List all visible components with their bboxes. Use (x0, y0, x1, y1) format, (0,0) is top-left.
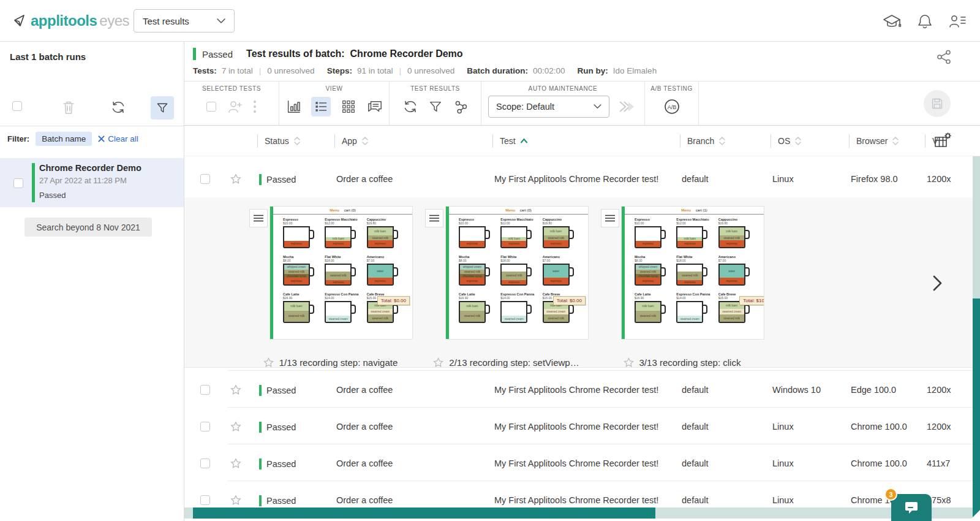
refresh-batches-icon[interactable] (110, 99, 126, 115)
coffee-mug[interactable]: waterespresso (718, 264, 745, 286)
row-checkbox[interactable] (200, 174, 210, 184)
batch-list-item[interactable]: Chrome Recorder Demo 27 Apr 2022 at 11:2… (0, 158, 184, 207)
app-mode-select[interactable]: Test results (134, 9, 235, 32)
comments-view-icon[interactable] (366, 99, 383, 115)
star-icon[interactable] (230, 420, 242, 433)
filter-chip-batch-name[interactable]: Batch name (36, 132, 92, 146)
coffee-menu-item[interactable]: Flat White$18.00steamed milkespresso (500, 255, 537, 289)
column-header-test-sorted[interactable]: Test (492, 134, 528, 148)
star-icon[interactable] (432, 357, 444, 368)
account-menu-icon[interactable] (948, 13, 967, 30)
coffee-menu-item[interactable]: Cappuccino$19.80milk foamsteamed milkesp… (718, 218, 755, 252)
coffee-mug[interactable]: milk foamespresso (325, 226, 352, 248)
horizontal-scrollbar[interactable] (184, 508, 980, 519)
coffee-mug[interactable]: steamed milkespresso (500, 264, 527, 286)
coffee-menu-item[interactable]: Espresso Con Panna$14.00steamed cream (325, 292, 361, 327)
row-checkbox[interactable] (200, 422, 210, 432)
scope-select[interactable]: Scope: Default (488, 96, 609, 118)
star-icon[interactable] (263, 357, 274, 368)
search-beyond-button[interactable]: Search beyond 8 Nov 2021 (24, 218, 152, 237)
star-icon[interactable] (230, 494, 242, 506)
column-header-app[interactable]: App (334, 134, 369, 148)
apply-maintenance-icon[interactable] (617, 97, 638, 116)
learning-icon[interactable] (882, 13, 902, 30)
select-all-tests-checkbox[interactable] (206, 102, 216, 112)
column-header-status[interactable]: Status (257, 134, 301, 148)
coffee-mug[interactable]: espresso (459, 226, 486, 248)
coffee-mug[interactable]: steamed milkespresso (676, 264, 703, 286)
table-row[interactable]: Passed Order a coffee My First Applitool… (184, 445, 980, 482)
coffee-menu-item[interactable]: Espresso$10.00espresso (635, 218, 671, 252)
assign-user-icon[interactable] (226, 98, 243, 115)
coffee-mug[interactable]: steamed cream (325, 301, 352, 323)
thumbnail-menu-button[interactable] (249, 209, 268, 227)
more-actions-kebab-icon[interactable] (253, 99, 257, 114)
star-icon[interactable] (230, 173, 242, 185)
coffee-menu-item[interactable]: Mocha$8.00whipped creamsteamed milkchoco… (459, 255, 496, 289)
coffee-menu-item[interactable]: Espresso Macchiato$12.00milk foamespress… (325, 218, 361, 252)
clear-all-filters-link[interactable]: Clear all (98, 134, 138, 143)
step-screenshot[interactable]: Menucart (0) Espresso$10.00espressoEspre… (446, 207, 588, 339)
coffee-menu-item[interactable]: Espresso$10.00espresso (283, 218, 320, 252)
share-batch-icon[interactable] (936, 49, 952, 65)
coffee-menu-item[interactable]: Cappuccino$19.80milk foamsteamed milkesp… (543, 218, 579, 252)
coffee-mug[interactable]: milk foamsteamed milk (283, 301, 310, 323)
column-header-branch[interactable]: Branch (680, 134, 726, 148)
coffee-menu-item[interactable]: Espresso Con Panna$14.00steamed cream (500, 292, 537, 327)
vertical-scrollbar-thumb[interactable] (973, 299, 980, 521)
coffee-menu-item[interactable]: Espresso Macchiato$12.00milk foamespress… (500, 218, 537, 252)
coffee-mug[interactable]: whipped creamsteamed milkchocolate syrup… (283, 264, 310, 286)
column-settings-icon[interactable] (933, 132, 952, 150)
ab-testing-icon[interactable]: A/B (663, 97, 681, 116)
step-screenshot[interactable]: Menucart (1) Espresso$10.00espressoEspre… (622, 207, 764, 339)
grid-view-icon[interactable] (341, 99, 356, 115)
star-icon[interactable] (230, 457, 242, 470)
batch-item-checkbox[interactable] (13, 178, 23, 188)
table-row[interactable]: Passed Order a coffee My First Applitool… (184, 408, 980, 445)
table-row[interactable]: Passed Order a coffee My First Applitool… (184, 371, 980, 408)
star-icon[interactable] (230, 384, 242, 396)
coffee-menu-item[interactable]: Americano$7.00waterespresso (718, 255, 755, 289)
star-icon[interactable] (623, 357, 635, 368)
coffee-mug[interactable]: steamed milkespresso (325, 264, 352, 286)
next-steps-chevron[interactable] (929, 274, 945, 292)
coffee-menu-item[interactable]: Espresso Con Panna$14.00steamed cream (676, 292, 713, 327)
coffee-menu-item[interactable]: Mocha$8.00whipped creamsteamed milkchoco… (635, 255, 671, 289)
coffee-menu-item[interactable]: Americano$7.00waterespresso (367, 255, 404, 289)
filter-results-icon[interactable] (428, 99, 443, 114)
row-checkbox[interactable] (200, 495, 210, 505)
coffee-mug[interactable]: milk foamsteamed milk (635, 301, 662, 323)
coffee-mug[interactable]: waterespresso (367, 264, 394, 286)
column-header-os[interactable]: OS (771, 134, 802, 148)
coffee-mug[interactable]: milk foamsteamed milkespresso (718, 226, 745, 248)
coffee-menu-item[interactable]: Flat White$18.00steamed milkespresso (676, 255, 713, 289)
row-checkbox[interactable] (200, 458, 210, 468)
coffee-menu-item[interactable]: Cafe Latte$16.90milk foamsteamed milk (459, 292, 496, 327)
coffee-mug[interactable]: whipped creamsteamed milkchocolate syrup… (459, 264, 486, 286)
select-all-batches-checkbox[interactable] (12, 101, 22, 111)
list-view-button-active[interactable] (311, 97, 331, 116)
coffee-menu-item[interactable]: Americano$7.00waterespresso (543, 255, 579, 289)
group-similar-icon[interactable] (453, 99, 469, 115)
delete-batch-icon[interactable] (61, 99, 76, 115)
coffee-menu-item[interactable]: Flat White$18.00steamed milkespresso (325, 255, 361, 289)
coffee-menu-item[interactable]: Mocha$8.00whipped creamsteamed milkchoco… (283, 255, 320, 289)
table-row[interactable]: Passed Order a coffee My First Applitool… (184, 161, 980, 197)
coffee-mug[interactable]: espresso (283, 226, 310, 248)
coffee-mug[interactable]: milk foamsteamed milkespresso (543, 226, 570, 248)
coffee-mug[interactable]: espresso (635, 226, 662, 248)
summary-view-icon[interactable] (285, 99, 301, 115)
refresh-results-icon[interactable] (402, 99, 418, 115)
notifications-bell-icon[interactable] (916, 13, 933, 30)
coffee-menu-item[interactable]: Cafe Latte$16.90milk foamsteamed milk (635, 292, 671, 327)
coffee-menu-item[interactable]: Espresso Macchiato$12.00milk foamespress… (676, 218, 713, 252)
vertical-scrollbar[interactable] (973, 156, 980, 521)
filter-batches-button[interactable] (151, 96, 174, 120)
chat-widget-button[interactable] (891, 494, 932, 521)
coffee-menu-item[interactable]: Cafe Latte$16.90milk foamsteamed milk (283, 292, 320, 327)
thumbnail-menu-button[interactable] (601, 209, 619, 227)
coffee-menu-item[interactable]: Cappuccino$19.80milk foamsteamed milkesp… (367, 218, 404, 252)
coffee-mug[interactable]: steamed cream (676, 301, 703, 323)
coffee-mug[interactable]: milk foamsteamed milk (459, 301, 486, 323)
step-screenshot[interactable]: Menucart (0) Espresso$10.00espressoEspre… (270, 207, 412, 339)
